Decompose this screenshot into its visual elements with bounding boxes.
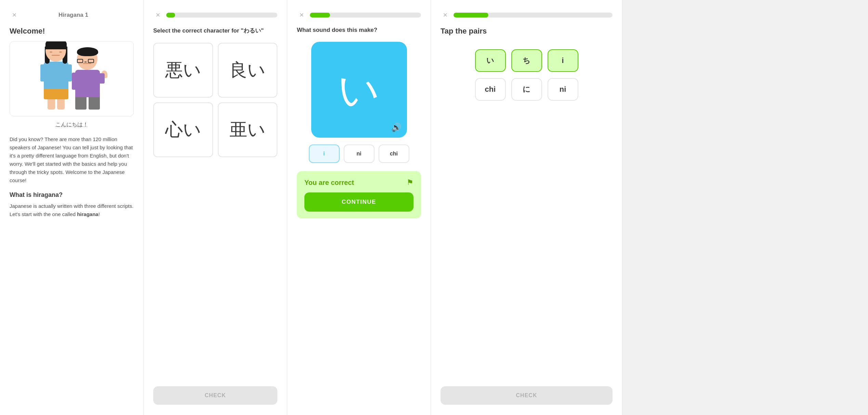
woman-hair [45, 41, 67, 49]
correct-banner: You are correct ⚑ CONTINUE [297, 171, 421, 218]
pairs-row-2: chi に ni [475, 78, 578, 101]
people-illustration [44, 48, 100, 110]
progress-bar-3 [310, 13, 421, 17]
man-hair [77, 47, 98, 56]
panel1-title: Hiragana 1 [23, 12, 134, 18]
check-button-4[interactable]: CHECK [440, 386, 613, 405]
progress-bar-2 [166, 13, 277, 17]
glass-bridge [84, 62, 87, 62]
sound-icon[interactable]: 🔊 [391, 123, 402, 132]
panel3-question: What sound does this make? [297, 27, 421, 34]
correct-banner-header: You are correct ⚑ [304, 178, 413, 187]
character-display[interactable]: い 🔊 [311, 42, 407, 138]
check-button-2[interactable]: CHECK [153, 386, 277, 405]
person-man [75, 47, 100, 110]
glass-right [88, 59, 94, 63]
progress-bar-4 [453, 13, 613, 17]
illustration-box [10, 41, 134, 116]
woman-leg-right [57, 99, 65, 110]
pairs-grid: い ち i chi に ni [440, 49, 613, 101]
tap-pairs-title: Tap the pairs [440, 27, 613, 36]
flag-icon[interactable]: ⚑ [407, 178, 413, 187]
glasses [77, 59, 94, 63]
correct-label: You are correct [304, 179, 354, 187]
panel4-header: × [440, 10, 613, 20]
woman-legs [48, 99, 65, 110]
choices-grid: 悪い 良い 心い 亜い [153, 43, 277, 157]
woman-leg-left [48, 99, 55, 110]
pairs-row-1: い ち i [475, 49, 578, 72]
welcome-title: Welcome! [10, 27, 134, 36]
panel-welcome: × Hiragana 1 Welcome! [0, 0, 144, 415]
choice-card-3[interactable]: 心い [153, 102, 213, 157]
progress-fill-4 [453, 13, 488, 17]
description-text: Did you know? There are more than 120 mi… [10, 135, 134, 185]
man-leg-left [75, 97, 87, 110]
pair-btn-ni-hiragana[interactable]: に [511, 78, 542, 101]
close-icon-2[interactable]: × [153, 10, 163, 20]
progress-fill-2 [166, 13, 175, 17]
panel-sound: × What sound does this make? い 🔊 i ni ch… [287, 0, 431, 415]
panel3-content: What sound does this make? い 🔊 i ni chi … [297, 27, 421, 405]
panel1-header: × Hiragana 1 [10, 10, 134, 20]
man-pants [75, 97, 100, 110]
pair-btn-i-hiragana[interactable]: い [475, 49, 506, 72]
greeting-text: こんにちは！ [10, 121, 134, 128]
man-leg-right [89, 97, 100, 110]
character-text: い [338, 69, 380, 110]
choice-card-2[interactable]: 良い [218, 43, 278, 98]
answer-options: i ni chi [297, 144, 421, 163]
glass-left [77, 59, 83, 63]
pair-btn-chi-latin[interactable]: chi [475, 78, 506, 101]
section-text-plain: Japanese is actually written with three … [10, 203, 133, 217]
choice-card-1[interactable]: 悪い [153, 43, 213, 98]
section-text: Japanese is actually written with three … [10, 202, 134, 218]
continue-button[interactable]: CONTINUE [304, 192, 413, 212]
panel-select-character: × Select the correct character for "わるい"… [144, 0, 287, 415]
progress-fill-3 [310, 13, 330, 17]
man-body [75, 70, 100, 97]
section-title: What is hiragana? [10, 191, 134, 199]
panel2-header: × [153, 10, 277, 20]
panel3-header: × [297, 10, 421, 20]
panel2-question: Select the correct character for "わるい" [153, 27, 277, 35]
answer-btn-i[interactable]: i [309, 144, 340, 163]
pair-btn-chi-hiragana[interactable]: ち [511, 49, 542, 72]
section-text-bold: hiragana [77, 211, 98, 217]
pair-btn-ni-latin[interactable]: ni [548, 78, 578, 101]
person-woman [44, 41, 68, 110]
close-icon-4[interactable]: × [440, 10, 450, 20]
man-hand [98, 73, 105, 84]
woman-body [44, 62, 68, 89]
choice-card-4[interactable]: 亜い [218, 102, 278, 157]
answer-btn-chi[interactable]: chi [379, 144, 409, 163]
panel-tap-pairs: × Tap the pairs い ち i chi に ni CHECK [431, 0, 622, 415]
close-icon-3[interactable]: × [297, 10, 306, 20]
section-text-end: ! [98, 211, 100, 217]
answer-btn-ni[interactable]: ni [344, 144, 374, 163]
pair-btn-i-latin[interactable]: i [548, 49, 578, 72]
woman-pants [44, 89, 68, 99]
close-icon[interactable]: × [10, 10, 19, 20]
